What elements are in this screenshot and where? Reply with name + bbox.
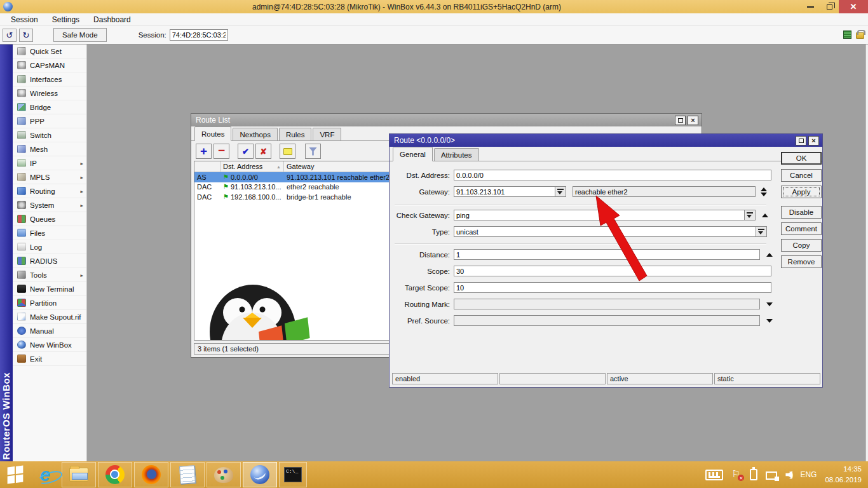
dialog-maximize-button[interactable] [796, 136, 806, 146]
remove-route-button[interactable]: − [214, 144, 229, 159]
session-input[interactable] [170, 29, 228, 41]
taskbar-firefox[interactable] [134, 462, 168, 487]
column-flags[interactable] [194, 161, 220, 172]
routing-mark-input[interactable] [454, 299, 760, 309]
comment-button[interactable]: Comment [781, 222, 822, 235]
route-list-titlebar[interactable]: Route List × [191, 114, 702, 126]
usb-device-icon[interactable] [750, 469, 757, 480]
sidebar-item-radius[interactable]: RADIUS [13, 254, 86, 268]
apply-button[interactable]: Apply [781, 186, 822, 198]
gateway-dropdown-icon[interactable] [555, 186, 566, 197]
tab-routes[interactable]: Routes [194, 126, 231, 141]
pref-source-input[interactable] [454, 315, 760, 326]
sidebar-item-quick-set[interactable]: Quick Set [13, 44, 86, 58]
distance-input[interactable] [454, 249, 760, 260]
sidebar-item-exit[interactable]: Exit [13, 352, 86, 366]
filter-button[interactable] [305, 144, 321, 159]
sidebar-item-partition[interactable]: Partition [13, 296, 86, 310]
sidebar-item-make-supout[interactable]: Make Supout.rif [13, 310, 86, 324]
route-list-close-button[interactable]: × [688, 116, 698, 125]
sidebar-item-system[interactable]: System▸ [13, 198, 86, 212]
sidebar-item-ppp[interactable]: PPP [13, 114, 86, 128]
route-list-maximize-button[interactable] [675, 116, 686, 125]
taskbar-internet-explorer[interactable]: e [31, 462, 60, 487]
add-route-button[interactable]: + [196, 144, 212, 159]
sidebar-item-mesh[interactable]: Mesh [13, 142, 86, 156]
touch-keyboard-icon[interactable] [705, 470, 723, 480]
clock[interactable]: 14:35 08.06.2019 [825, 464, 862, 485]
sidebar-item-new-winbox[interactable]: New WinBox [13, 338, 86, 352]
menu-dashboard[interactable]: Dashboard [86, 15, 138, 24]
type-dropdown-icon[interactable] [756, 226, 767, 237]
ok-button[interactable]: OK [781, 152, 822, 165]
sidebar-item-files[interactable]: Files [13, 226, 86, 240]
sort-asc-icon: ▲ [276, 165, 281, 169]
close-button[interactable]: ✕ [839, 0, 868, 13]
sidebar-item-routing[interactable]: Routing▸ [13, 184, 86, 198]
enable-route-button[interactable]: ✔ [238, 144, 254, 159]
check-gateway-input[interactable] [454, 210, 745, 220]
target-scope-input[interactable] [454, 282, 771, 293]
route-dialog-titlebar[interactable]: Route <0.0.0.0/0> × [390, 134, 822, 147]
sidebar-item-bridge[interactable]: Bridge [13, 100, 86, 114]
expand-arrow-icon[interactable] [766, 319, 773, 323]
menu-session[interactable]: Session [4, 15, 45, 24]
taskbar-paint[interactable] [207, 462, 241, 487]
sidebar-item-label: Interfaces [30, 76, 83, 83]
column-dst-address[interactable]: Dst. Address▲ [220, 161, 284, 172]
type-input[interactable] [454, 226, 756, 237]
type-label: Type: [390, 228, 450, 236]
expand-arrow-icon[interactable] [766, 302, 773, 306]
sidebar-item-interfaces[interactable]: Interfaces [13, 72, 86, 86]
comment-button[interactable] [280, 144, 295, 159]
check-gateway-dropdown-icon[interactable] [745, 210, 756, 220]
sidebar-item-new-terminal[interactable]: New Terminal [13, 282, 86, 296]
network-icon[interactable] [766, 471, 777, 480]
sidebar-item-wireless[interactable]: Wireless [13, 86, 86, 100]
restore-button[interactable] [820, 0, 839, 13]
taskbar-notepad[interactable] [170, 462, 205, 487]
file-explorer-icon [69, 468, 88, 482]
taskbar-chrome[interactable] [98, 462, 132, 487]
collapse-arrow-icon[interactable] [762, 214, 768, 217]
tab-nexthops[interactable]: Nexthops [233, 128, 278, 140]
gateway-input[interactable] [454, 186, 555, 197]
disable-route-button[interactable]: ✘ [255, 144, 271, 159]
language-indicator[interactable]: ENG [800, 470, 817, 479]
disable-button[interactable]: Disable [781, 206, 822, 219]
sidebar-item-queues[interactable]: Queues [13, 212, 86, 226]
redo-button[interactable]: ↻ [19, 29, 33, 42]
tab-general[interactable]: General [393, 147, 433, 161]
sidebar-item-manual[interactable]: Manual [13, 324, 86, 338]
menu-settings[interactable]: Settings [45, 15, 86, 24]
remove-button[interactable]: Remove [781, 255, 822, 268]
action-center-flag-icon[interactable]: ⚐ [731, 469, 742, 480]
sidebar-item-ip[interactable]: IP▸ [13, 156, 86, 170]
safe-mode-button[interactable]: Safe Mode [53, 28, 107, 42]
sidebar-item-switch[interactable]: Switch [13, 128, 86, 142]
check-gateway-label: Check Gateway: [390, 212, 450, 219]
dialog-close-button[interactable]: × [808, 136, 819, 146]
tab-vrf[interactable]: VRF [313, 128, 341, 140]
undo-button[interactable]: ↺ [3, 29, 17, 42]
collapse-arrow-icon[interactable] [766, 253, 773, 257]
sidebar-item-log[interactable]: Log [13, 240, 86, 254]
sidebar-item-tools[interactable]: Tools▸ [13, 268, 86, 282]
taskbar-file-explorer[interactable] [62, 462, 96, 487]
tab-rules[interactable]: Rules [279, 128, 311, 140]
cancel-button[interactable]: Cancel [781, 169, 822, 182]
taskbar-cmd[interactable] [279, 462, 307, 487]
sidebar-item-capsman[interactable]: CAPsMAN [13, 58, 86, 72]
tab-attributes[interactable]: Attributes [434, 148, 479, 161]
taskbar-winbox[interactable] [243, 462, 277, 487]
copy-button[interactable]: Copy [781, 239, 822, 252]
sidebar-item-label: MPLS [30, 173, 80, 181]
sidebar-item-mpls[interactable]: MPLS▸ [13, 170, 86, 184]
start-button[interactable] [0, 461, 31, 488]
minimize-button[interactable] [801, 0, 820, 13]
scope-input[interactable] [454, 266, 771, 276]
volume-control[interactable]: )) [785, 470, 792, 479]
dst-address-input[interactable] [454, 170, 771, 180]
routing-mark-label: Routing Mark: [390, 301, 450, 308]
gateway-add-remove-stepper[interactable] [759, 186, 768, 197]
